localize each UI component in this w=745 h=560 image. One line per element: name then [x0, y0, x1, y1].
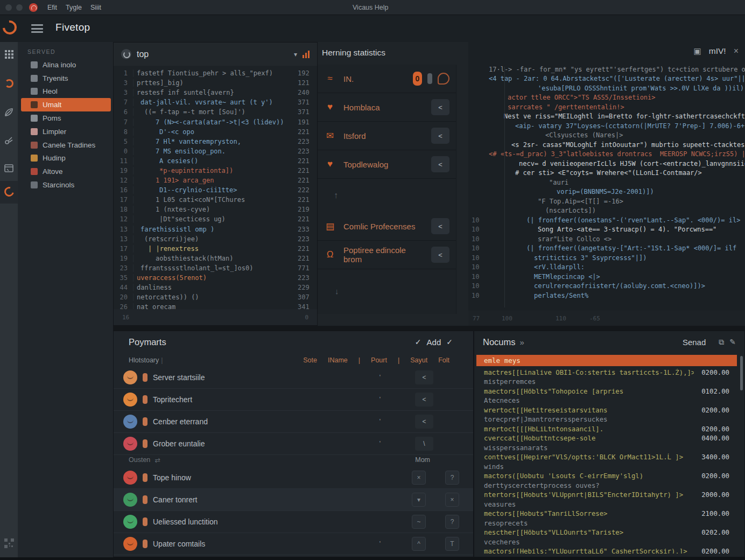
column-header[interactable]: Sayut	[410, 356, 427, 364]
check-icon[interactable]: ✓	[446, 338, 453, 346]
stats-item-row[interactable]: ▤ Comlic Profecenses <	[318, 212, 456, 241]
stats-item-row[interactable]: ♥ Topdlewalog <	[318, 150, 456, 179]
nocums-row[interactable]: mistperremces	[476, 377, 737, 387]
sidebar-item[interactable]: Canele Tradines	[21, 138, 111, 152]
row-action-button[interactable]: ~	[412, 515, 426, 529]
history-column-label[interactable]: Hlotstoary	[129, 356, 159, 364]
payment-row[interactable]: Cenber eterrand ' <	[114, 411, 473, 433]
nocums-row[interactable]: maectors[[Höblts"Tohopoice [arpries 0102…	[476, 387, 737, 396]
add-button[interactable]: Add	[427, 338, 441, 347]
copy-icon[interactable]: ▣	[694, 46, 701, 56]
grid-icon[interactable]	[3, 48, 15, 60]
row-action-button[interactable]: ?	[445, 471, 459, 485]
row-collapse-button[interactable]: <	[415, 393, 433, 407]
swap-icon[interactable]: ⇄	[154, 456, 160, 464]
nocums-row[interactable]: resoprecets	[476, 519, 737, 528]
window-control-dot[interactable]	[5, 4, 12, 11]
chevron-down-icon[interactable]: ▾	[294, 51, 297, 58]
send-button[interactable]: Senad	[683, 338, 706, 347]
window-icon[interactable]	[3, 163, 15, 174]
stats-in-row[interactable]: ≈ IN. 0	[318, 65, 456, 93]
menubar-menu[interactable]: Efit	[44, 4, 60, 11]
payment-row[interactable]: Server startsiile ' <	[114, 367, 473, 389]
nocums-row[interactable]: mrertoct[[[HbLiLtntonsaancil]. 0200.00	[476, 424, 737, 434]
nocums-row[interactable]: torecpref|Jmantrorersspersuckes	[476, 415, 737, 425]
column-header[interactable]: Sote	[303, 356, 317, 364]
sidebar-item[interactable]: Tryenits	[21, 72, 111, 85]
task-row[interactable]: Ueliessed lunctition ~ ?	[114, 511, 473, 533]
hamburger-menu-icon[interactable]	[31, 24, 43, 33]
row-action-button[interactable]: ×	[412, 471, 426, 485]
row-collapse-button[interactable]: \	[415, 437, 433, 451]
row-action-button[interactable]: ▾	[412, 493, 426, 507]
nocums-row[interactable]: mectors[[Hobuts"TanriLlSorrese> 2100.00	[476, 509, 737, 519]
signal-bars-icon[interactable]	[303, 51, 310, 58]
section-label[interactable]: Ousten	[129, 456, 150, 464]
task-row[interactable]: Upater comtails ' ^ T	[114, 533, 473, 555]
nocums-row[interactable]: conttves[[Hepirer"VlS/optts:'BLCK OrMact…	[476, 453, 737, 463]
collapse-button[interactable]: <	[431, 218, 449, 234]
sidebar-item[interactable]: Altove	[21, 165, 111, 178]
payment-row[interactable]: Grober euntalie ' \	[114, 433, 473, 455]
close-icon[interactable]: ×	[734, 46, 739, 56]
column-header[interactable]: |	[359, 356, 360, 364]
collapse-button[interactable]: <	[431, 99, 449, 115]
stats-item-row[interactable]: ♥ Homblaca <	[318, 93, 456, 122]
row-action-button[interactable]: ?	[445, 515, 459, 529]
menubar-menu[interactable]: Siiit	[87, 4, 104, 11]
sidebar-item[interactable]: Umalt	[21, 98, 111, 111]
nocums-row[interactable]: mactors([Uobutu 'Lsouts C-eirrEmmy'slgl)…	[476, 472, 737, 481]
swirl-logo-icon[interactable]	[3, 78, 15, 89]
row-action-button[interactable]: T	[445, 537, 459, 551]
nocums-row[interactable]: nescther[[Höbuts"VLLOunrts"Tariste> 0202…	[476, 528, 737, 538]
stats-item-row[interactable]: Ω Poptiree edincole brom <	[318, 241, 456, 269]
row-action-button[interactable]: ^	[412, 537, 426, 551]
qr-code-icon[interactable]	[3, 537, 15, 549]
collapse-button[interactable]: <	[431, 156, 449, 172]
scroll-up-indicator[interactable]: ↑	[318, 179, 456, 212]
collapse-button[interactable]: <	[431, 247, 449, 263]
row-collapse-button[interactable]: <	[415, 370, 433, 384]
row-collapse-button[interactable]: <	[415, 415, 433, 429]
leaf-icon[interactable]	[3, 107, 15, 118]
column-header[interactable]: |	[398, 356, 399, 364]
task-row[interactable]: Tope hinow × ?	[114, 467, 473, 489]
sidebar-item[interactable]: Heol	[21, 85, 111, 99]
collapse-button[interactable]: <	[431, 128, 449, 144]
sidebar-item[interactable]: Poms	[21, 111, 111, 125]
chevron-right-icon[interactable]: »	[520, 338, 683, 347]
column-header[interactable]: IName	[328, 356, 348, 364]
sidebar-item[interactable]: Hudinp	[21, 152, 111, 165]
selected-row[interactable]: emle meys	[476, 355, 737, 366]
active-tool-tile[interactable]	[0, 181, 18, 204]
nocums-row[interactable]: wissperssanarats	[476, 443, 737, 453]
nocums-row[interactable]: cverccat[[Hobuttntcsepe-sole 0400.00	[476, 434, 737, 444]
scroll-down-indicator[interactable]: ↓	[335, 286, 339, 296]
nocums-row[interactable]: mactors[[Hebils:"YLUpurrttaLL6" CashertS…	[476, 547, 737, 554]
row-action-button[interactable]: ×	[445, 493, 459, 507]
sidebar-item[interactable]: Alina inolo	[21, 58, 111, 72]
code-line: (nscarLocts])	[468, 206, 745, 216]
nocums-row[interactable]: Atecneces	[476, 396, 737, 406]
column-header[interactable]: Pourt	[371, 356, 387, 364]
edit-icon[interactable]: ✎	[729, 338, 736, 346]
nocums-row[interactable]: vcecheres	[476, 537, 737, 547]
nocums-row[interactable]: derttyscerctertprocess ouves?	[476, 481, 737, 491]
nocums-row[interactable]: winds	[476, 462, 737, 472]
window-control-dot[interactable]	[16, 4, 23, 11]
nocums-row[interactable]: ntertors[[Hobuts'VLUppnrt|BILS"EncterIDi…	[476, 491, 737, 500]
nocums-row[interactable]: mactres[[Linalive OBI1-Co:stertis tasrti…	[476, 368, 737, 377]
nocums-row[interactable]: veasures	[476, 500, 737, 509]
wrench-icon[interactable]	[3, 135, 15, 146]
sidebar-item[interactable]: Starcinols	[21, 178, 111, 192]
copy-icon[interactable]: ⧉	[719, 338, 724, 347]
scrollbar[interactable]	[740, 356, 743, 390]
nocums-row[interactable]: wrertoct[[Hetitreseistarsvitans 0200.00	[476, 405, 737, 415]
check-icon[interactable]: ✓	[415, 338, 421, 346]
stats-item-row[interactable]: ✉ Itsford <	[318, 122, 456, 150]
task-row[interactable]: Caner tonrert ▾ ×	[114, 489, 473, 511]
sidebar-item[interactable]: Limpler	[21, 125, 111, 138]
column-header[interactable]: Folt	[438, 356, 449, 364]
menubar-menu[interactable]: Tygle	[62, 4, 85, 11]
payment-row[interactable]: Topritechert ' <	[114, 389, 473, 411]
